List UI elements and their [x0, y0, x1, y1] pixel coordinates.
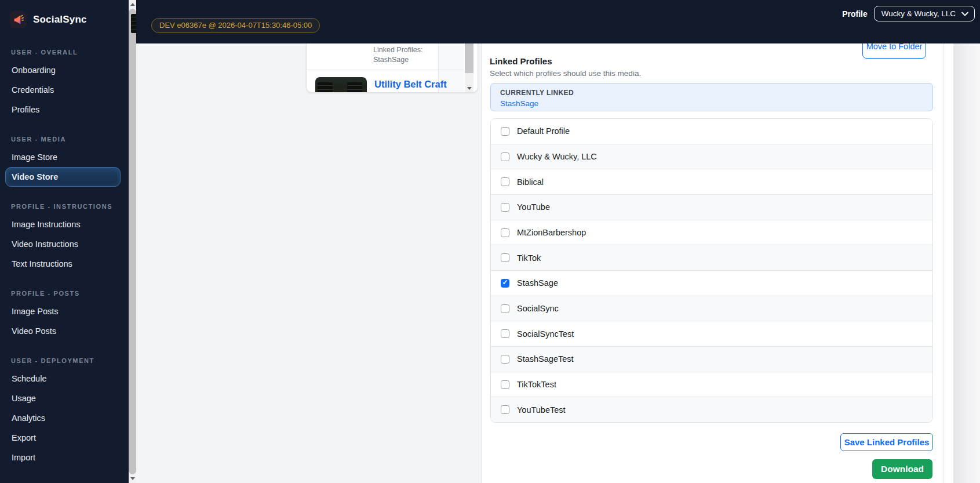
- profile-row-tiktoktest[interactable]: TikTokTest: [491, 372, 932, 397]
- linked-profiles-heading: Linked Profiles: [490, 56, 552, 66]
- profile-row-socialsync[interactable]: SocialSync: [491, 296, 932, 321]
- sidebar-section-profile-instructions: PROFILE - INSTRUCTIONSImage Instructions…: [0, 203, 129, 274]
- profile-checkbox-wucky-wucky-llc[interactable]: [501, 152, 509, 161]
- profile-row-youtubetest[interactable]: YouTubeTest: [491, 397, 932, 422]
- profile-row-socialsynctest[interactable]: SocialSyncTest: [491, 321, 932, 346]
- profile-checkbox-biblical[interactable]: [501, 177, 509, 186]
- profile-row-tiktok[interactable]: TikTok: [491, 245, 932, 270]
- media-list-row-divider: [307, 70, 464, 70]
- profile-row-stashsagetest[interactable]: StashSageTest: [491, 346, 932, 372]
- download-button[interactable]: Download: [872, 459, 932, 479]
- profile-label: Default Profile: [517, 126, 570, 136]
- profile-selector-group: Profile Wucky & Wucky, LLC: [842, 0, 975, 27]
- profile-checkbox-youtubetest[interactable]: [501, 405, 509, 414]
- sidebar-item-video-instructions[interactable]: Video Instructions: [5, 234, 121, 254]
- profile-checkbox-default-profile[interactable]: [501, 127, 509, 136]
- profile-row-stashsage[interactable]: StashSage: [491, 270, 932, 296]
- profile-label: TikTok: [517, 253, 541, 263]
- media-item-meta-label: Linked Profiles:: [373, 45, 422, 55]
- profile-select[interactable]: Wucky & Wucky, LLC: [874, 6, 975, 21]
- sidebar-item-schedule[interactable]: Schedule: [5, 369, 121, 388]
- media-list-scrollbar[interactable]: [465, 43, 473, 92]
- sidebar-section-user-media: USER - MEDIAImage StoreVideo Store: [0, 136, 129, 187]
- scroll-up-arrow-icon[interactable]: [129, 0, 136, 9]
- profile-row-default-profile[interactable]: Default Profile: [491, 119, 932, 144]
- profiles-list: Default ProfileWucky & Wucky, LLCBiblica…: [490, 118, 933, 423]
- sidebar-section-title: PROFILE - POSTS: [0, 290, 129, 302]
- sidebar-item-usage[interactable]: Usage: [5, 388, 121, 408]
- profile-checkbox-tiktok[interactable]: [501, 253, 509, 262]
- currently-linked-box: CURRENTLY LINKED StashSage: [490, 83, 933, 111]
- sidebar-item-image-posts[interactable]: Image Posts: [5, 302, 121, 321]
- profile-label: SocialSyncTest: [517, 329, 574, 339]
- profile-label: YouTubeTest: [517, 405, 566, 415]
- media-item-title-link[interactable]: Utility Belt Craft: [374, 78, 474, 90]
- profile-checkbox-mtzionbarbershop[interactable]: [501, 228, 509, 237]
- profile-select-label: Profile: [842, 9, 868, 19]
- profile-label: TikTokTest: [517, 380, 556, 389]
- media-list-scroll-down-icon[interactable]: [465, 85, 473, 92]
- sidebar-item-text-instructions[interactable]: Text Instructions: [5, 254, 121, 274]
- sidebar-section-title: USER - DEPLOYMENT: [0, 357, 129, 369]
- chevron-down-icon: [961, 9, 968, 18]
- dev-build-badge: DEV e06367e @ 2026-04-07T15:30:46-05:00: [151, 18, 320, 33]
- app-window: SocialSync USER - OVERALLOnboardingCrede…: [0, 0, 980, 483]
- sidebar-item-profiles[interactable]: Profiles: [5, 100, 121, 119]
- currently-linked-label: CURRENTLY LINKED: [500, 89, 574, 97]
- top-header: DEV e06367e @ 2026-04-07T15:30:46-05:00 …: [136, 0, 980, 43]
- media-list-card: Linked Profiles: StashSage Utility Belt …: [306, 43, 478, 93]
- page-scroll-gutter[interactable]: [953, 43, 980, 483]
- profile-row-biblical[interactable]: Biblical: [491, 169, 932, 194]
- media-item-linked-profiles-meta: Linked Profiles: StashSage: [373, 45, 422, 65]
- sidebar-scrollbar[interactable]: [129, 0, 136, 483]
- profile-label: Biblical: [517, 177, 544, 187]
- media-list-scrollbar-thumb[interactable]: [465, 43, 473, 73]
- sidebar-section-profile-posts: PROFILE - POSTSImage PostsVideo Posts: [0, 290, 129, 341]
- sidebar-section-title: PROFILE - INSTRUCTIONS: [0, 203, 129, 215]
- profile-checkbox-socialsynctest[interactable]: [501, 329, 509, 338]
- sidebar-section-title: USER - MEDIA: [0, 136, 129, 147]
- profile-checkbox-youtube[interactable]: [501, 203, 509, 212]
- sidebar-item-credentials[interactable]: Credentials: [5, 80, 121, 100]
- profile-select-value: Wucky & Wucky, LLC: [881, 9, 956, 18]
- profile-checkbox-tiktoktest[interactable]: [501, 380, 509, 389]
- profile-label: StashSageTest: [517, 354, 574, 364]
- sidebar-item-onboarding[interactable]: Onboarding: [5, 60, 121, 80]
- sidebar-item-export[interactable]: Export: [5, 428, 121, 448]
- sidebar-section-user-overall: USER - OVERALLOnboardingCredentialsProfi…: [0, 49, 129, 119]
- profile-row-youtube[interactable]: YouTube: [491, 194, 932, 220]
- media-list-column: [136, 43, 482, 483]
- profile-label: MtZionBarbershop: [517, 228, 586, 237]
- profile-label: StashSage: [517, 278, 558, 288]
- media-item-thumbnail[interactable]: [315, 77, 367, 93]
- sidebar: SocialSync USER - OVERALLOnboardingCrede…: [0, 0, 129, 483]
- app-logo-icon: [10, 11, 27, 28]
- sidebar-section-title: USER - OVERALL: [0, 49, 129, 60]
- sidebar-item-video-store[interactable]: Video Store: [5, 167, 121, 187]
- profile-checkbox-stashsagetest[interactable]: [501, 355, 509, 364]
- profile-row-wucky-wucky-llc[interactable]: Wucky & Wucky, LLC: [491, 144, 932, 169]
- profile-label: YouTube: [517, 202, 550, 212]
- sidebar-item-video-posts[interactable]: Video Posts: [5, 321, 121, 341]
- profile-label: Wucky & Wucky, LLC: [517, 152, 597, 161]
- currently-linked-profile-link[interactable]: StashSage: [500, 99, 538, 108]
- profile-label: SocialSync: [517, 304, 559, 313]
- sidebar-sections: USER - OVERALLOnboardingCredentialsProfi…: [0, 28, 129, 467]
- sidebar-scrollbar-thumb[interactable]: [129, 9, 136, 474]
- profile-checkbox-stashsage[interactable]: [501, 279, 509, 288]
- sidebar-item-analytics[interactable]: Analytics: [5, 408, 121, 428]
- sidebar-item-image-store[interactable]: Image Store: [5, 147, 121, 167]
- profile-checkbox-socialsync[interactable]: [501, 304, 509, 313]
- scroll-down-arrow-icon[interactable]: [129, 474, 136, 483]
- brand: SocialSync: [0, 0, 129, 28]
- sidebar-section-user-deployment: USER - DEPLOYMENTScheduleUsageAnalyticsE…: [0, 357, 129, 467]
- sidebar-item-import[interactable]: Import: [5, 448, 121, 467]
- linked-profiles-subheading: Select which profiles should use this me…: [490, 69, 641, 78]
- sidebar-item-image-instructions[interactable]: Image Instructions: [5, 215, 121, 234]
- media-item-meta-value: StashSage: [373, 55, 422, 65]
- profile-row-mtzionbarbershop[interactable]: MtZionBarbershop: [491, 220, 932, 245]
- right-edge-divider: [943, 43, 943, 483]
- app-title: SocialSync: [33, 14, 87, 26]
- save-linked-profiles-button[interactable]: Save Linked Profiles: [840, 433, 933, 451]
